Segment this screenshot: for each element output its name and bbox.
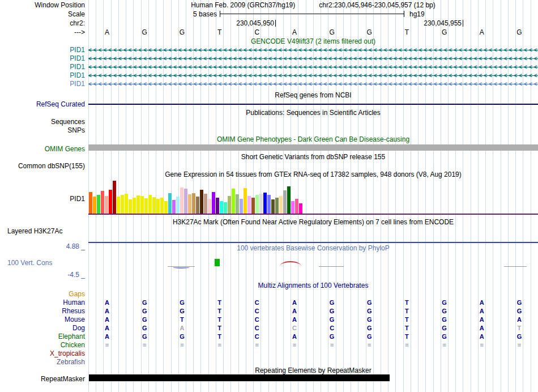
repeatmasker-element[interactable] (89, 374, 390, 381)
alignment-base: C (238, 307, 276, 316)
strand-arrow-label[interactable]: ---> (0, 28, 85, 36)
gtex-track-title: Gene Expression in 54 tissues from GTEx … (88, 171, 538, 178)
transcript-row[interactable]: <<<<<<<<<<<<<<<<<<<<<<<<<<<<<<<<<<<<<<<<… (88, 71, 538, 80)
multiz-alignment-row[interactable] (88, 350, 538, 358)
gtex-tissue-bar (271, 199, 275, 214)
alignment-base: G (351, 333, 388, 341)
gene-label[interactable]: PID1 (0, 54, 85, 62)
sequences-label[interactable]: Sequences (0, 118, 85, 126)
alignment-base (426, 358, 463, 367)
alignment-base: G (426, 333, 463, 341)
multiz-alignment-row[interactable]: ============ (88, 341, 538, 350)
gene-label[interactable]: PID1 (0, 71, 85, 79)
omim-genes-label[interactable]: OMIM Genes (0, 145, 85, 153)
alignment-base: G (163, 333, 200, 341)
gtex-gene-label[interactable]: PID1 (0, 195, 85, 203)
phylop-zero-segment (319, 266, 344, 267)
phylop-track-label[interactable]: 100 Vert. Cons (0, 259, 85, 267)
multiz-species-label[interactable]: Gaps (0, 290, 85, 298)
gene-label[interactable]: PID1 (0, 80, 85, 88)
chromosome-label: chr2: (0, 19, 85, 27)
refseq-curated-label[interactable]: RefSeq Curated (0, 100, 85, 108)
multiz-species-label[interactable]: Zebrafish (0, 358, 85, 366)
multiz-species-label[interactable]: Rhesus (0, 307, 85, 315)
gtex-tissue-bar (283, 190, 287, 214)
gtex-tissue-bar (251, 198, 255, 214)
alignment-base: A (276, 299, 313, 307)
alignment-base: G (351, 324, 388, 333)
alignment-base: G (501, 333, 538, 341)
multiz-species-label[interactable]: X_tropicalis (0, 350, 85, 357)
gtex-tissue-bar (267, 195, 271, 214)
gtex-tissue-bar (228, 196, 231, 214)
base-letter: T (201, 28, 238, 36)
alignment-base: A (88, 324, 126, 333)
dbsnp-track-title: Short Genetic Variants from dbSNP releas… (88, 154, 538, 161)
alignment-base: = (388, 341, 425, 350)
base-letter: A (276, 28, 313, 36)
alignment-base: T (388, 299, 425, 307)
base-row[interactable]: ---> AGGTCAGGTGAG (0, 28, 538, 36)
multiz-species-label[interactable]: Mouse (0, 316, 85, 323)
gencode-track-title: GENCODE V49lift37 (2 items filtered out) (88, 38, 538, 45)
gene-label[interactable]: PID1 (0, 46, 85, 54)
alignment-base: T (201, 333, 238, 341)
gtex-tissue-bar (291, 201, 294, 214)
multiz-species-label[interactable]: Elephant (0, 333, 85, 340)
gtex-tissue-bar (184, 189, 187, 214)
gtex-tissue-bar (255, 195, 259, 214)
transcript-row[interactable]: <<<<<<<<<<<<<<<<<<<<<<<<<<<<<<<<<<<<<<<<… (88, 54, 538, 63)
alignment-base: A (463, 316, 501, 324)
gtex-expression-chart[interactable] (89, 181, 303, 214)
alignment-base: T (201, 307, 238, 316)
snps-label[interactable]: SNPs (0, 126, 85, 134)
alignment-base (313, 350, 351, 358)
dbsnp-label[interactable]: Common dbSNP(155) (0, 162, 85, 170)
multiz-alignment-row[interactable]: AGATCCCGTGAT (88, 324, 538, 333)
alignment-base (313, 290, 351, 299)
gtex-tissue-bar (244, 188, 247, 214)
alignment-base (163, 290, 200, 299)
alignment-base: G (426, 324, 463, 333)
multiz-alignment-row[interactable]: AGGTCAGGTGAG (88, 299, 538, 307)
alignment-base (426, 290, 463, 299)
multiz-species-label[interactable]: Human (0, 299, 85, 306)
alignment-base (88, 290, 126, 299)
refseq-item[interactable] (88, 104, 538, 105)
transcript-row[interactable]: <<<<<<<<<<<<<<<<<<<<<<<<<<<<<<<<<<<<<<<<… (88, 80, 538, 88)
gtex-tissue-bar (295, 199, 298, 214)
multiz-alignment-row[interactable]: AGTTCAGGTGAA (88, 316, 538, 324)
alignment-base: A (163, 324, 200, 333)
gtex-tissue-bar (121, 195, 124, 214)
multiz-alignment-row[interactable]: AGGTCAGGTGAG (88, 333, 538, 341)
repeatmasker-label[interactable]: RepeatMasker (0, 375, 85, 383)
multiz-alignment-row[interactable] (88, 290, 538, 299)
alignment-base: T (201, 316, 238, 324)
gene-label[interactable]: PID1 (0, 63, 85, 71)
transcript-row[interactable]: <<<<<<<<<<<<<<<<<<<<<<<<<<<<<<<<<<<<<<<<… (88, 46, 538, 54)
gtex-tissue-bar (279, 196, 283, 214)
base-letter: A (463, 28, 501, 36)
gtex-tissue-bar (204, 194, 207, 214)
alignment-base (201, 350, 238, 358)
alignment-base (463, 290, 501, 299)
alignment-base: = (88, 341, 126, 350)
ruler-tick-label: 230,045,950 (221, 19, 274, 27)
alignment-base: G (313, 316, 351, 324)
h3k27ac-baseline (88, 242, 538, 243)
phylop-wiggle-track[interactable] (88, 253, 538, 279)
multiz-species-label[interactable]: Dog (0, 324, 85, 332)
transcript-row[interactable]: <<<<<<<<<<<<<<<<<<<<<<<<<<<<<<<<<<<<<<<<… (88, 63, 538, 71)
multiz-alignment-row[interactable] (88, 358, 538, 367)
alignment-base (238, 358, 276, 367)
base-letter: G (126, 28, 163, 36)
omim-gene-item[interactable] (88, 144, 538, 151)
multiz-species-label[interactable]: Chicken (0, 341, 85, 349)
gtex-tissue-bar (196, 197, 199, 214)
multiz-alignment-row[interactable]: AGGTCAGGTGAG (88, 307, 538, 316)
h3k27ac-label[interactable]: Layered H3K27Ac (0, 227, 85, 235)
phylop-track-title: 100 vertebrates Basewise Conservation by… (88, 245, 538, 252)
coordinate-ruler[interactable]: chr2: 230,045,950230,045,955 (0, 19, 538, 27)
alignment-base: C (313, 324, 351, 333)
phylop-positive-peak (215, 259, 220, 266)
